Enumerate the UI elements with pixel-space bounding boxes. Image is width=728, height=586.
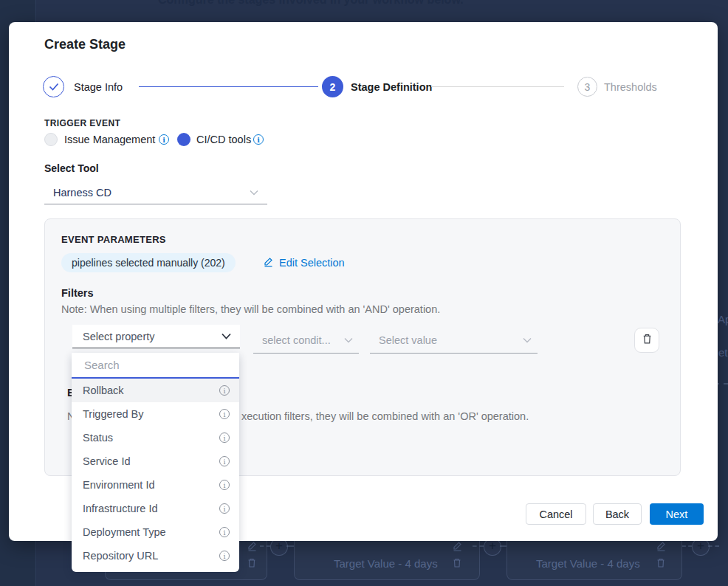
- dropdown-item-rollback[interactable]: Rollback i: [72, 379, 239, 402]
- selection-chip: pipelines selected manually (202): [61, 253, 236, 272]
- next-button[interactable]: Next: [650, 503, 704, 525]
- filters-heading: Filters: [61, 287, 94, 299]
- step-thresholds-label: Thresholds: [604, 81, 657, 93]
- step-number: 2: [330, 81, 336, 93]
- connector-dash: [286, 545, 294, 547]
- chevron-down-icon: [523, 337, 532, 343]
- background-card-label: Target Value - 4 days: [536, 557, 640, 570]
- back-button[interactable]: Back: [593, 503, 642, 525]
- create-stage-dialog: Create Stage Stage Info 2 Stage Definiti…: [9, 22, 718, 541]
- tool-select-value: Harness CD: [53, 187, 111, 199]
- dropdown-item-label: Triggered By: [83, 408, 143, 420]
- cancel-button-label: Cancel: [539, 509, 572, 520]
- connector-dash: [473, 545, 484, 547]
- info-icon[interactable]: i: [219, 551, 230, 561]
- info-icon[interactable]: i: [219, 409, 230, 419]
- chevron-down-icon: [344, 337, 353, 343]
- cancel-button[interactable]: Cancel: [526, 503, 586, 525]
- trash-icon: [247, 557, 258, 569]
- info-icon[interactable]: i: [219, 503, 230, 514]
- step-thresholds[interactable]: 3: [577, 77, 597, 97]
- background-card-label: Target Value - 4 days: [334, 557, 438, 570]
- value-select[interactable]: Select value: [370, 328, 538, 354]
- chevron-down-icon: [222, 333, 231, 339]
- edit-selection-label: Edit Selection: [279, 257, 345, 269]
- dropdown-item-service-id[interactable]: Service Id i: [72, 449, 239, 473]
- info-icon[interactable]: i: [219, 456, 230, 466]
- dropdown-item-label: Service Id: [83, 455, 130, 467]
- dropdown-item-deployment-type[interactable]: Deployment Type i: [72, 520, 239, 544]
- property-dropdown: Rollback i Triggered By i Status i Servi…: [72, 353, 239, 572]
- info-icon[interactable]: i: [159, 134, 169, 145]
- dropdown-item-label: Deployment Type: [83, 526, 166, 538]
- step-number: 3: [585, 81, 591, 93]
- connector-dash: [500, 545, 506, 547]
- dropdown-item-repository-url[interactable]: Repository URL i: [72, 544, 239, 568]
- dropdown-item-label: Infrastructure Id: [83, 503, 158, 514]
- trash-icon: [452, 557, 464, 569]
- delete-filter-button[interactable]: [634, 328, 659, 353]
- search-input[interactable]: [83, 358, 228, 372]
- dropdown-item-label: Environment Id: [83, 479, 155, 491]
- dropdown-item-infrastructure-id[interactable]: Infrastructure Id i: [72, 497, 239, 520]
- info-icon[interactable]: i: [219, 527, 230, 537]
- dropdown-item-label: Repository URL: [83, 550, 158, 562]
- check-icon: [49, 81, 59, 93]
- connector-dash: [708, 545, 719, 547]
- dropdown-item-label: Rollback: [83, 385, 124, 396]
- radio-issue-management-label: Issue Management: [64, 134, 155, 145]
- background-heading: Configure the stages involved in your wo…: [158, 0, 464, 7]
- radio-cicd-tools-label: CI/CD tools: [196, 134, 251, 145]
- info-icon[interactable]: i: [219, 480, 230, 490]
- trigger-event-heading: TRIGGER EVENT: [44, 118, 120, 128]
- edit-selection-button[interactable]: Edit Selection: [263, 256, 345, 269]
- edit-icon: [656, 540, 667, 552]
- step-stage-definition[interactable]: 2: [322, 76, 343, 97]
- connector-dash: [260, 545, 270, 547]
- info-icon[interactable]: i: [253, 134, 264, 145]
- edit-icon: [263, 256, 274, 269]
- dialog-title: Create Stage: [44, 37, 126, 52]
- dropdown-item-status[interactable]: Status i: [72, 426, 239, 449]
- background-text-fragment: et: [718, 346, 728, 359]
- radio-issue-management[interactable]: [44, 133, 58, 146]
- stepper-connector: [431, 86, 564, 87]
- tool-select[interactable]: Harness CD: [44, 182, 267, 204]
- next-button-label: Next: [666, 509, 688, 520]
- condition-select[interactable]: select condit...: [253, 328, 359, 354]
- connector-dash: [682, 545, 692, 547]
- background-text-fragment: Ap: [718, 313, 728, 325]
- value-select-placeholder: Select value: [379, 334, 437, 346]
- radio-cicd-tools[interactable]: [177, 133, 190, 146]
- dropdown-item-environment-id[interactable]: Environment Id i: [72, 473, 239, 497]
- dropdown-search: [72, 353, 239, 379]
- step-stage-info-label: Stage Info: [74, 81, 123, 93]
- select-tool-label: Select Tool: [44, 162, 99, 174]
- trash-icon: [642, 333, 653, 348]
- condition-select-placeholder: select condit...: [262, 334, 331, 346]
- dropdown-item-label: Status: [83, 432, 113, 444]
- stepper-connector: [139, 86, 318, 87]
- event-parameters-heading: EVENT PARAMETERS: [61, 234, 166, 245]
- edit-icon: [247, 540, 258, 552]
- dropdown-item-triggered-by[interactable]: Triggered By i: [72, 402, 239, 426]
- execution-filters-note-fragment: xecution filters, they will be combined …: [241, 410, 529, 422]
- info-icon[interactable]: i: [219, 385, 230, 396]
- trash-icon: [656, 557, 667, 569]
- back-button-label: Back: [605, 509, 629, 520]
- page: Configure the stages involved in your wo…: [0, 0, 728, 586]
- step-stage-definition-label: Stage Definition: [351, 81, 432, 93]
- step-stage-info[interactable]: [43, 76, 64, 97]
- property-select[interactable]: Select property: [72, 325, 240, 348]
- filters-note: Note: When using multiple filters, they …: [61, 303, 440, 315]
- property-select-value: Select property: [83, 331, 155, 342]
- edit-icon: [452, 540, 464, 552]
- chevron-down-icon: [250, 190, 258, 196]
- info-icon[interactable]: i: [219, 432, 230, 443]
